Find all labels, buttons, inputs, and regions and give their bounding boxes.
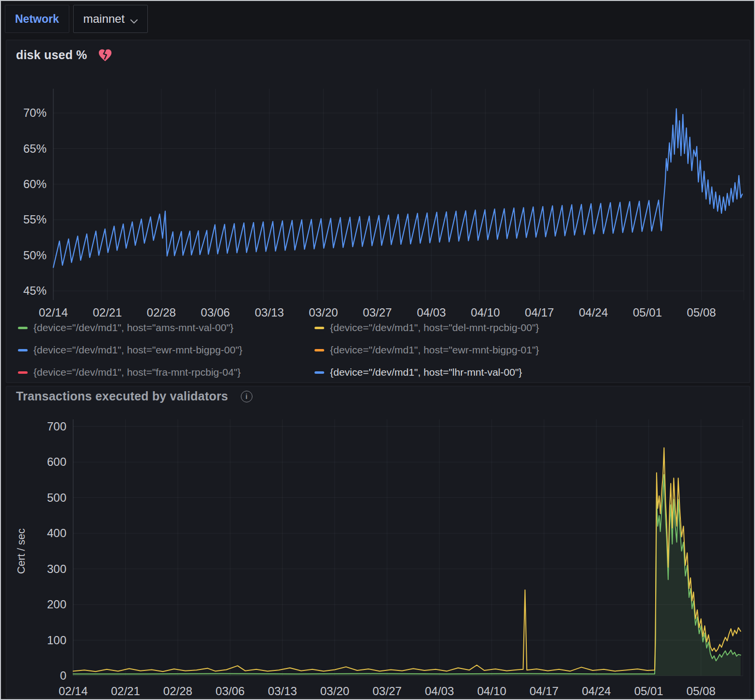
svg-text:50%: 50%: [23, 249, 47, 262]
legend-item[interactable]: {device="/dev/md1", host="ewr-mnt-bigpg-…: [315, 343, 539, 357]
svg-text:02/21: 02/21: [93, 306, 122, 319]
svg-text:04/24: 04/24: [582, 684, 611, 698]
svg-text:05/08: 05/08: [687, 306, 716, 319]
svg-text:03/06: 03/06: [201, 306, 230, 319]
legend-series-swatch: [315, 371, 324, 374]
svg-text:400: 400: [47, 526, 66, 540]
panel-title-text: disk used %: [16, 48, 87, 62]
svg-text:04/10: 04/10: [471, 306, 500, 319]
svg-text:55%: 55%: [23, 213, 47, 226]
panel-title-transactions: Transactions executed by validators i: [16, 389, 252, 403]
broken-heart-icon: [98, 48, 112, 62]
legend-series-swatch: [315, 327, 324, 329]
network-variable-dropdown[interactable]: mainnet: [73, 5, 148, 33]
svg-text:04/03: 04/03: [417, 306, 446, 319]
legend-series-swatch: [18, 349, 28, 351]
svg-text:05/08: 05/08: [687, 684, 716, 698]
panel-transactions: Transactions executed by validators i Ce…: [6, 386, 750, 698]
legend-series-label: {device="/dev/md1", host="lhr-mnt-val-00…: [330, 366, 522, 378]
svg-text:200: 200: [47, 598, 66, 611]
panel-disk-used: disk used % 02/1402/2102/2803/0603/1303/…: [6, 40, 750, 383]
legend-item[interactable]: {device="/dev/md1", host="del-mnt-rpcbig…: [315, 320, 539, 335]
legend-series-label: {device="/dev/md1", host="ewr-mnt-bigpg-…: [33, 344, 242, 356]
svg-text:60%: 60%: [23, 177, 47, 191]
svg-text:04/17: 04/17: [525, 306, 554, 319]
network-variable-label-text: Network: [15, 13, 59, 26]
legend-item[interactable]: {device="/dev/md1", host="ams-mnt-val-00…: [18, 320, 315, 335]
svg-text:04/24: 04/24: [579, 306, 608, 319]
legend-series-label: {device="/dev/md1", host="fra-mnt-rpcbig…: [33, 366, 241, 378]
svg-text:04/03: 04/03: [425, 684, 454, 698]
svg-text:500: 500: [47, 491, 66, 504]
disk-used-legend: {device="/dev/md1", host="ams-mnt-val-00…: [18, 320, 539, 380]
chevron-down-icon: [130, 13, 138, 27]
svg-text:02/14: 02/14: [39, 306, 68, 319]
svg-text:45%: 45%: [23, 284, 47, 297]
legend-series-label: {device="/dev/md1", host="ewr-mnt-bigpg-…: [330, 344, 539, 356]
svg-text:03/20: 03/20: [320, 684, 349, 698]
svg-text:03/27: 03/27: [363, 306, 392, 319]
dashboard-variable-bar: Network mainnet: [5, 5, 148, 33]
legend-series-label: {device="/dev/md1", host="ams-mnt-val-00…: [33, 322, 234, 334]
svg-text:05/01: 05/01: [634, 684, 663, 698]
panel-title-disk-used: disk used %: [16, 48, 112, 62]
transactions-chart[interactable]: 02/1402/2102/2803/0603/1303/2003/2704/03…: [7, 414, 750, 698]
legend-item[interactable]: {device="/dev/md1", host="lhr-mnt-val-00…: [315, 365, 539, 380]
svg-text:05/01: 05/01: [633, 306, 662, 319]
svg-text:02/28: 02/28: [163, 684, 192, 698]
network-variable-label: Network: [5, 5, 69, 33]
legend-item[interactable]: {device="/dev/md1", host="ewr-mnt-bigpg-…: [18, 343, 315, 357]
svg-text:65%: 65%: [23, 142, 47, 155]
svg-text:600: 600: [47, 455, 66, 468]
svg-text:03/20: 03/20: [309, 306, 338, 319]
svg-text:03/27: 03/27: [373, 684, 402, 698]
legend-series-swatch: [18, 327, 28, 329]
svg-text:0: 0: [60, 669, 66, 682]
svg-text:03/13: 03/13: [255, 306, 284, 319]
svg-text:04/10: 04/10: [477, 684, 506, 698]
network-variable-value: mainnet: [83, 12, 125, 26]
svg-text:70%: 70%: [23, 106, 47, 119]
info-icon[interactable]: i: [241, 391, 252, 402]
svg-text:100: 100: [47, 634, 66, 647]
svg-text:03/06: 03/06: [216, 684, 245, 698]
svg-text:03/13: 03/13: [268, 684, 297, 698]
legend-item[interactable]: {device="/dev/md1", host="fra-mnt-rpcbig…: [18, 365, 315, 380]
svg-text:02/28: 02/28: [147, 306, 176, 319]
panel-title-text: Transactions executed by validators: [16, 389, 228, 403]
svg-text:02/21: 02/21: [111, 684, 140, 698]
svg-text:300: 300: [47, 562, 66, 575]
svg-text:700: 700: [47, 420, 66, 433]
legend-series-label: {device="/dev/md1", host="del-mnt-rpcbig…: [330, 322, 539, 334]
legend-series-swatch: [315, 349, 324, 351]
svg-text:04/17: 04/17: [530, 684, 559, 698]
svg-text:02/14: 02/14: [59, 684, 88, 698]
disk-used-chart[interactable]: 02/1402/2102/2803/0603/1303/2003/2704/03…: [7, 77, 750, 324]
legend-series-swatch: [18, 371, 28, 374]
